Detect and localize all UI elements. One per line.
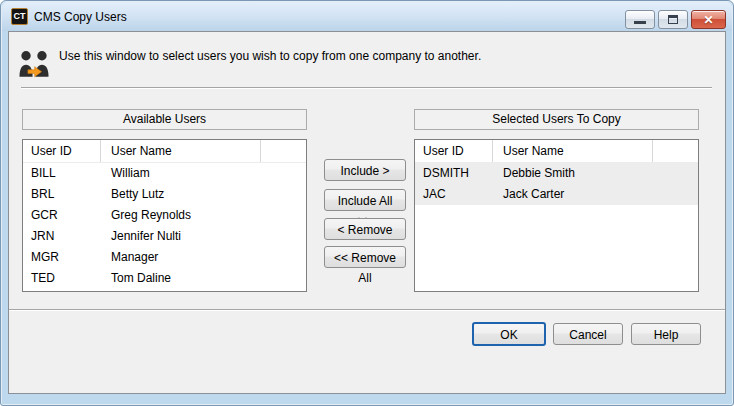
dialog-description: Use this window to select users you wish… bbox=[59, 49, 679, 64]
available-users-label: Available Users bbox=[22, 109, 307, 130]
selected-users-list[interactable]: User ID User Name DSMITH Debbie Smith JA… bbox=[414, 139, 699, 292]
minimize-icon bbox=[634, 21, 646, 24]
dialog-client-area: Use this window to select users you wish… bbox=[8, 31, 726, 394]
dialog-window: CT CMS Copy Users ✕ bbox=[0, 0, 734, 406]
cell-user-name: Tom Daline bbox=[101, 268, 261, 289]
minimize-button[interactable] bbox=[625, 10, 655, 29]
cell-user-name: Debbie Smith bbox=[493, 163, 653, 184]
cancel-button[interactable]: Cancel bbox=[553, 323, 623, 345]
screen: CT CMS Copy Users ✕ bbox=[0, 0, 734, 406]
list-item[interactable]: JRN Jennifer Nulti bbox=[23, 226, 306, 247]
include-all-button[interactable]: Include All >> bbox=[324, 189, 406, 211]
cell-user-id: BILL bbox=[23, 163, 101, 184]
remove-all-button[interactable]: << Remove All bbox=[324, 246, 406, 268]
cell-user-id: GCR bbox=[23, 205, 101, 226]
available-list-header: User ID User Name bbox=[23, 140, 306, 163]
include-button[interactable]: Include > bbox=[324, 159, 406, 181]
cell-user-name: Manager bbox=[101, 247, 261, 268]
ok-button[interactable]: OK bbox=[472, 322, 546, 346]
cell-user-name: William bbox=[101, 163, 261, 184]
column-header-user-id[interactable]: User ID bbox=[23, 140, 101, 162]
maximize-icon bbox=[668, 15, 678, 24]
selected-users-label: Selected Users To Copy bbox=[414, 109, 699, 130]
column-header-spacer bbox=[261, 140, 306, 162]
list-item[interactable]: DSMITH Debbie Smith bbox=[415, 163, 698, 184]
column-header-spacer bbox=[653, 140, 698, 162]
cell-user-id: JRN bbox=[23, 226, 101, 247]
close-button[interactable]: ✕ bbox=[691, 10, 726, 29]
cell-user-id: MGR bbox=[23, 247, 101, 268]
cell-user-id: DSMITH bbox=[415, 163, 493, 184]
cell-user-id: BRL bbox=[23, 184, 101, 205]
cell-user-id: JAC bbox=[415, 184, 493, 205]
list-item[interactable]: BRL Betty Lutz bbox=[23, 184, 306, 205]
remove-button[interactable]: < Remove bbox=[324, 218, 406, 240]
close-icon: ✕ bbox=[703, 13, 713, 27]
available-users-list[interactable]: User ID User Name BILL William BRL Betty… bbox=[22, 139, 307, 292]
list-item[interactable]: MGR Manager bbox=[23, 247, 306, 268]
list-item[interactable]: BILL William bbox=[23, 163, 306, 184]
list-item[interactable]: TED Tom Daline bbox=[23, 268, 306, 289]
footer-separator bbox=[9, 309, 725, 311]
column-header-user-name[interactable]: User Name bbox=[493, 140, 653, 162]
list-item[interactable]: GCR Greg Reynolds bbox=[23, 205, 306, 226]
cell-user-id: TED bbox=[23, 268, 101, 289]
caption-buttons: ✕ bbox=[625, 10, 726, 29]
help-button[interactable]: Help bbox=[631, 323, 701, 345]
cell-user-name: Jennifer Nulti bbox=[101, 226, 261, 247]
selected-list-header: User ID User Name bbox=[415, 140, 698, 163]
title-bar[interactable]: CT CMS Copy Users ✕ bbox=[2, 2, 732, 31]
column-header-user-name[interactable]: User Name bbox=[101, 140, 261, 162]
list-item[interactable]: JAC Jack Carter bbox=[415, 184, 698, 205]
copy-users-icon bbox=[19, 47, 49, 81]
column-header-user-id[interactable]: User ID bbox=[415, 140, 493, 162]
cell-user-name: Betty Lutz bbox=[101, 184, 261, 205]
cell-user-name: Greg Reynolds bbox=[101, 205, 261, 226]
cell-user-name: Jack Carter bbox=[493, 184, 653, 205]
window-title: CMS Copy Users bbox=[34, 10, 127, 24]
maximize-button[interactable] bbox=[658, 10, 688, 29]
header-separator bbox=[21, 87, 712, 89]
app-icon: CT bbox=[11, 8, 28, 25]
